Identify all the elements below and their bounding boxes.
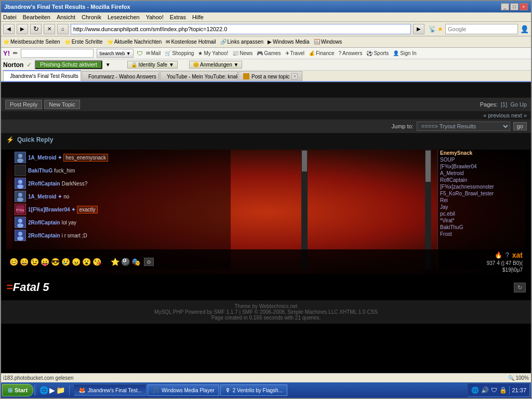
list-item[interactable]: [F%x]Brawler04 xyxy=(438,163,526,170)
emoji-extra[interactable]: 🎭 xyxy=(131,258,140,266)
emoji-kiss[interactable]: 😘 xyxy=(92,258,101,266)
norton-dropdown-icon[interactable]: ▼ xyxy=(105,62,111,68)
jump-go-button[interactable]: go xyxy=(513,122,527,130)
emoji-star[interactable]: ⭐ xyxy=(111,258,119,266)
taskbar-item-1[interactable]: 🎵 Windows Media Player xyxy=(148,384,219,396)
minimize-button[interactable]: _ xyxy=(501,3,509,10)
list-item[interactable]: Jay xyxy=(438,204,526,210)
xat-logo[interactable]: xat xyxy=(512,251,523,259)
bookmark-meistbesucht[interactable]: ⭐ Meistbesuchte Seiten xyxy=(3,39,60,45)
yahoo-answers-link[interactable]: ? Answers xyxy=(339,50,363,56)
svg-point-11 xyxy=(17,236,23,241)
menu-bearbeiten[interactable]: Bearbeiten xyxy=(23,14,50,20)
emoji-shocked[interactable]: 😮 xyxy=(82,258,91,266)
chat-settings-button[interactable]: ⚙ xyxy=(144,258,154,266)
yahoo-myyahoo-link[interactable]: ★ My Yahoo! xyxy=(198,50,228,56)
list-item[interactable]: RoflCaptain xyxy=(438,177,526,183)
go-button[interactable]: ▶ xyxy=(413,24,424,34)
emoji-wink[interactable]: 😉 xyxy=(30,258,39,266)
quick-launch: 🌐 ▶ 📁 xyxy=(37,386,67,394)
tab-3[interactable]: Post a new topic × xyxy=(238,71,302,81)
emoji-smile[interactable]: 😊 xyxy=(9,258,18,266)
list-item[interactable]: A_Metroid xyxy=(438,170,526,177)
close-button[interactable]: × xyxy=(520,3,528,10)
start-button[interactable]: ⊞ Start xyxy=(2,384,33,396)
pages-label: Pages: xyxy=(480,101,498,108)
list-item[interactable]: *Viral* xyxy=(438,217,526,224)
emoji-tongue[interactable]: 😛 xyxy=(41,258,49,266)
identity-safe-button[interactable]: 🔒 Identity Safe ▼ xyxy=(127,61,178,69)
bookmark-links[interactable]: 🔗 Links anpassen xyxy=(220,39,264,45)
bookmark-windows[interactable]: 🪟 Windows xyxy=(314,39,342,45)
back-button[interactable]: ◀ xyxy=(3,24,15,34)
yahoo-mail-link[interactable]: ✉ Mail xyxy=(146,50,161,56)
list-item[interactable]: Frost xyxy=(438,231,526,237)
tab-0[interactable]: Jbandrew's Final Test Results xyxy=(3,70,81,81)
anmeldungen-button[interactable]: 😊 Anmeldungen ▼ xyxy=(189,61,243,69)
taskbar-item-0[interactable]: 🦊 Jbandrew's Final Test... xyxy=(74,384,147,396)
new-topic-button[interactable]: New Topic xyxy=(44,100,80,109)
fatal5-name: Fatal 5 xyxy=(13,281,49,294)
emoji-sad[interactable]: 😢 xyxy=(61,258,70,266)
xat-help-icon[interactable]: ? xyxy=(506,251,509,259)
jump-to-select[interactable]: ====> Tryout Results xyxy=(417,122,510,131)
yahoo-search-input[interactable] xyxy=(21,49,94,58)
yahoo-search-button[interactable]: Search Web ▼ xyxy=(97,49,134,58)
yahoo-shopping-link[interactable]: 🛒 Shopping xyxy=(165,50,194,56)
menu-ansicht[interactable]: Ansicht xyxy=(57,14,75,20)
post-reply-button[interactable]: Post Reply xyxy=(5,100,42,109)
forward-button[interactable]: ▶ xyxy=(17,24,28,34)
reload-button[interactable]: ↻ xyxy=(30,24,42,34)
emoji-heart[interactable]: ❤ xyxy=(103,258,109,266)
menu-yahoo[interactable]: Yahoo! xyxy=(146,14,164,20)
menu-bar: Datei Bearbeiten Ansicht Chronik Lesezei… xyxy=(1,12,531,22)
yahoo-finance-link[interactable]: 💰 Finance xyxy=(309,50,335,56)
emoji-8ball[interactable]: 🎱 xyxy=(121,258,130,266)
bookmark-aktuell[interactable]: ⭐ Aktuelle Nachrichten xyxy=(107,39,162,45)
quick-launch-extra[interactable]: 📁 xyxy=(56,386,65,394)
yahoo-news-link[interactable]: 📰 News xyxy=(232,50,252,56)
tab-close-3[interactable]: × xyxy=(291,73,298,79)
quick-launch-media[interactable]: ▶ xyxy=(49,386,55,394)
menu-extras[interactable]: Extras xyxy=(170,14,186,20)
bookmark-erste[interactable]: ⭐ Erste Schritte xyxy=(64,39,103,45)
page-1-link[interactable]: [1] xyxy=(501,101,507,108)
list-item[interactable]: pc.ebil xyxy=(438,210,526,217)
menu-datei[interactable]: Datei xyxy=(3,14,17,20)
list-item[interactable]: BakiThuG xyxy=(438,224,526,231)
home-button[interactable]: ⌂ xyxy=(57,24,69,34)
yahoo-sports-link[interactable]: ⚽ Sports xyxy=(366,50,389,56)
maximize-button[interactable]: □ xyxy=(510,3,518,10)
emoji-cool[interactable]: 😎 xyxy=(51,258,60,266)
tab-1[interactable]: Forumwarz - Wahoo Answers × xyxy=(82,71,159,81)
tab-close-1[interactable]: × xyxy=(158,73,159,79)
taskbar-items: 🦊 Jbandrew's Final Test... 🎵 Windows Med… xyxy=(72,384,467,396)
chat-refresh-button[interactable]: ↻ xyxy=(514,283,526,292)
prev-link[interactable]: « previous xyxy=(483,112,510,118)
list-item[interactable]: Rei xyxy=(438,197,526,204)
list-item[interactable]: F5_KoRo_Brawl_tester xyxy=(438,190,526,197)
norton-status-button[interactable]: Phishing-Schutz aktiviert xyxy=(35,60,102,69)
menu-hilfe[interactable]: Hilfe xyxy=(192,14,204,20)
yahoo-games-link[interactable]: 🎮 Games xyxy=(257,50,281,56)
search-input[interactable] xyxy=(445,24,518,34)
tab-2[interactable]: YouTube - Mein YouTube: knakolo × xyxy=(160,71,238,81)
bookmark-hotmail[interactable]: ✉ Kostenlose Hotmail xyxy=(166,39,216,45)
address-input[interactable] xyxy=(71,24,411,34)
list-item[interactable]: EnemySnack xyxy=(438,150,526,156)
yahoo-travel-link[interactable]: ✈ Travel xyxy=(285,50,304,56)
emoji-laugh[interactable]: 😄 xyxy=(20,258,29,266)
bookmark-media[interactable]: ▶ Windows Media xyxy=(268,39,310,45)
list-item[interactable]: [F%x]zachnessmonster xyxy=(438,183,526,190)
stop-button[interactable]: ✕ xyxy=(44,24,55,34)
jump-to-label: Jump to: xyxy=(392,123,414,129)
menu-lesezeichen[interactable]: Lesezeichen xyxy=(108,14,140,20)
next-link[interactable]: next » xyxy=(511,112,527,118)
quick-launch-ie[interactable]: 🌐 xyxy=(39,386,48,394)
yahoo-signin-link[interactable]: 👤 Sign In xyxy=(393,50,416,56)
go-up-link[interactable]: Go Up xyxy=(510,101,527,108)
menu-chronik[interactable]: Chronik xyxy=(82,14,101,20)
list-item[interactable]: SOUP xyxy=(438,156,526,163)
emoji-angry[interactable]: 😠 xyxy=(72,258,81,266)
taskbar-item-2[interactable]: 🎙 2 Ventrilo by Flagsh... xyxy=(220,384,287,396)
